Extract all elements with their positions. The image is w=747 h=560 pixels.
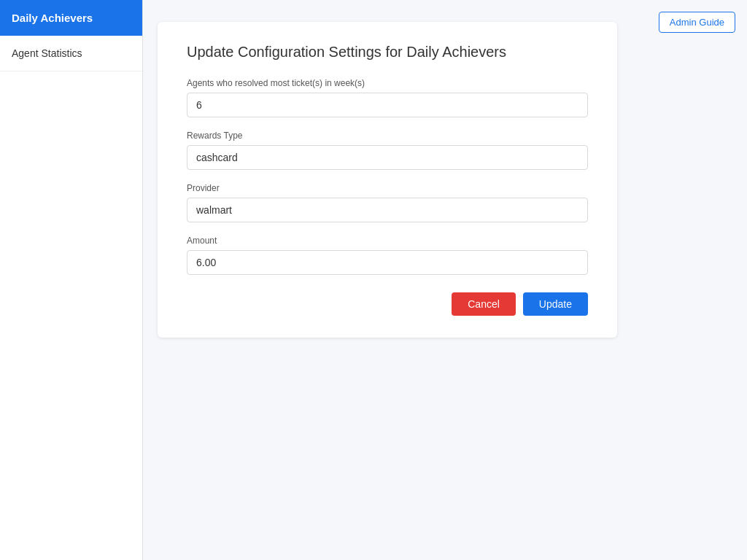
form-actions: Cancel Update (187, 292, 588, 316)
agents-field-group: Agents who resolved most ticket(s) in we… (187, 78, 588, 117)
form-title: Update Configuration Settings for Daily … (187, 44, 588, 61)
form-card: Update Configuration Settings for Daily … (158, 22, 617, 338)
provider-label: Provider (187, 183, 588, 193)
agents-input[interactable] (187, 93, 588, 117)
sidebar-header[interactable]: Daily Achievers (0, 0, 142, 36)
amount-input[interactable] (187, 250, 588, 275)
provider-field-group: Provider (187, 183, 588, 222)
agents-label: Agents who resolved most ticket(s) in we… (187, 78, 588, 88)
sidebar-item-agent-statistics[interactable]: Agent Statistics (0, 36, 142, 71)
rewards-type-input[interactable] (187, 145, 588, 170)
update-button[interactable]: Update (523, 292, 588, 316)
rewards-type-label: Rewards Type (187, 131, 588, 141)
amount-field-group: Amount (187, 236, 588, 275)
cancel-button[interactable]: Cancel (452, 292, 516, 316)
amount-label: Amount (187, 236, 588, 246)
admin-guide-button[interactable]: Admin Guide (659, 12, 735, 33)
provider-input[interactable] (187, 198, 588, 222)
sidebar: Daily Achievers Agent Statistics (0, 0, 143, 560)
rewards-type-field-group: Rewards Type (187, 131, 588, 170)
main-content: Admin Guide Update Configuration Setting… (143, 0, 747, 560)
